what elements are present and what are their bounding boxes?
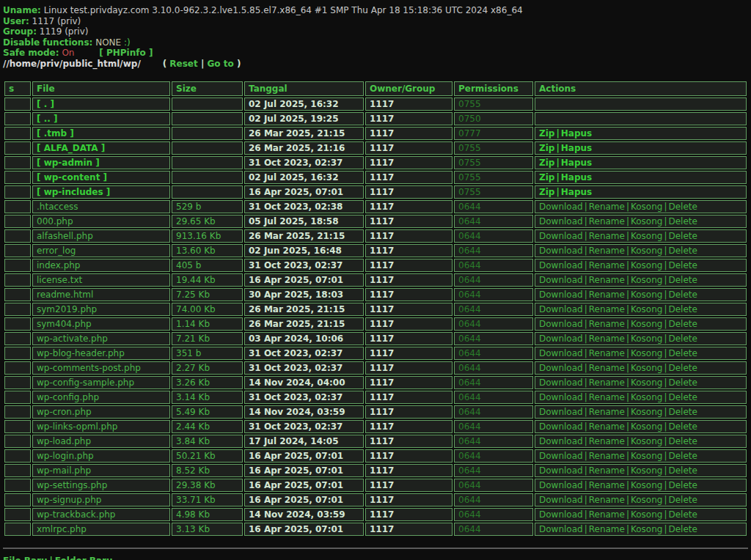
- file-name-link[interactable]: readme.html: [37, 290, 93, 300]
- action-delete-link[interactable]: Delete: [668, 231, 697, 241]
- action-rename-link[interactable]: Rename: [589, 407, 625, 417]
- action-rename-link[interactable]: Rename: [589, 392, 625, 402]
- action-delete-link[interactable]: Delete: [668, 421, 697, 432]
- action-rename-link[interactable]: Rename: [589, 319, 625, 329]
- action-download-link[interactable]: Download: [539, 304, 583, 314]
- action-download-link[interactable]: Download: [539, 524, 583, 534]
- action-download-link[interactable]: Download: [539, 319, 583, 329]
- file-name-link[interactable]: .htaccess: [37, 202, 78, 212]
- action-delete-link[interactable]: Delete: [668, 304, 697, 314]
- chmod-link[interactable]: 0644: [458, 334, 481, 344]
- action-download-link[interactable]: Download: [539, 495, 583, 505]
- action-kosong-link[interactable]: Kosong: [631, 509, 662, 520]
- action-kosong-link[interactable]: Kosong: [631, 465, 662, 476]
- file-name-link[interactable]: wp-settings.php: [37, 480, 107, 490]
- file-name-link[interactable]: error_log: [37, 246, 76, 256]
- action-download-link[interactable]: Download: [539, 275, 583, 285]
- action-rename-link[interactable]: Rename: [589, 304, 625, 314]
- action-delete-link[interactable]: Delete: [668, 392, 697, 402]
- file-name-link[interactable]: [ .. ]: [37, 114, 57, 124]
- action-rename-link[interactable]: Rename: [589, 436, 625, 446]
- action-rename-link[interactable]: Rename: [589, 524, 625, 534]
- action-download-link[interactable]: Download: [539, 392, 583, 402]
- chmod-link[interactable]: 0644: [458, 275, 481, 285]
- action-kosong-link[interactable]: Kosong: [631, 334, 662, 344]
- chmod-link[interactable]: 0644: [458, 260, 481, 270]
- file-baru-link[interactable]: File Baru: [3, 556, 47, 560]
- file-name-link[interactable]: [ wp-content ]: [37, 172, 107, 183]
- action-hapus-link[interactable]: Hapus: [561, 172, 592, 183]
- chmod-link[interactable]: 0644: [458, 290, 481, 300]
- action-rename-link[interactable]: Rename: [589, 509, 625, 520]
- action-rename-link[interactable]: Rename: [589, 348, 625, 358]
- chmod-link[interactable]: 0644: [458, 480, 481, 490]
- goto-link[interactable]: Go to: [207, 59, 233, 69]
- file-name-link[interactable]: wp-login.php: [37, 451, 94, 461]
- current-path[interactable]: //home/priv/public_html/wp/: [3, 59, 141, 69]
- chmod-link[interactable]: 0644: [458, 465, 481, 476]
- file-name-link[interactable]: wp-cron.php: [37, 407, 92, 417]
- chmod-link[interactable]: 0644: [458, 524, 481, 534]
- chmod-link[interactable]: 0755: [458, 99, 481, 109]
- chmod-link[interactable]: 0644: [458, 348, 481, 358]
- action-rename-link[interactable]: Rename: [589, 202, 625, 212]
- action-kosong-link[interactable]: Kosong: [631, 480, 662, 490]
- action-kosong-link[interactable]: Kosong: [631, 451, 662, 461]
- chmod-link[interactable]: 0777: [458, 128, 481, 139]
- file-name-link[interactable]: wp-mail.php: [37, 465, 91, 476]
- action-rename-link[interactable]: Rename: [589, 275, 625, 285]
- action-download-link[interactable]: Download: [539, 421, 583, 432]
- action-delete-link[interactable]: Delete: [668, 524, 697, 534]
- file-name-link[interactable]: [ ALFA_DATA ]: [37, 143, 105, 153]
- action-download-link[interactable]: Download: [539, 231, 583, 241]
- action-hapus-link[interactable]: Hapus: [561, 143, 592, 153]
- file-name-link[interactable]: license.txt: [37, 275, 82, 285]
- chmod-link[interactable]: 0750: [458, 114, 481, 124]
- action-kosong-link[interactable]: Kosong: [631, 392, 662, 402]
- action-rename-link[interactable]: Rename: [589, 377, 625, 388]
- action-kosong-link[interactable]: Kosong: [631, 290, 662, 300]
- chmod-link[interactable]: 0644: [458, 436, 481, 446]
- action-download-link[interactable]: Download: [539, 407, 583, 417]
- chmod-link[interactable]: 0644: [458, 304, 481, 314]
- action-delete-link[interactable]: Delete: [668, 363, 697, 373]
- action-download-link[interactable]: Download: [539, 260, 583, 270]
- file-name-link[interactable]: sym2019.php: [37, 304, 97, 314]
- action-kosong-link[interactable]: Kosong: [631, 231, 662, 241]
- reset-link[interactable]: Reset: [169, 59, 197, 69]
- action-zip-link[interactable]: Zip: [539, 158, 554, 168]
- chmod-link[interactable]: 0644: [458, 363, 481, 373]
- chmod-link[interactable]: 0644: [458, 202, 481, 212]
- action-rename-link[interactable]: Rename: [589, 334, 625, 344]
- action-download-link[interactable]: Download: [539, 509, 583, 520]
- chmod-link[interactable]: 0644: [458, 392, 481, 402]
- action-rename-link[interactable]: Rename: [589, 480, 625, 490]
- chmod-link[interactable]: 0644: [458, 495, 481, 505]
- action-rename-link[interactable]: Rename: [589, 421, 625, 432]
- action-kosong-link[interactable]: Kosong: [631, 421, 662, 432]
- action-delete-link[interactable]: Delete: [668, 509, 697, 520]
- action-download-link[interactable]: Download: [539, 348, 583, 358]
- phpinfo-link[interactable]: [ PHPinfo ]: [99, 48, 153, 58]
- action-delete-link[interactable]: Delete: [668, 202, 697, 212]
- action-rename-link[interactable]: Rename: [589, 246, 625, 256]
- file-name-link[interactable]: 000.php: [37, 216, 73, 226]
- action-hapus-link[interactable]: Hapus: [561, 187, 592, 197]
- chmod-link[interactable]: 0644: [458, 377, 481, 388]
- file-name-link[interactable]: wp-activate.php: [37, 334, 108, 344]
- chmod-link[interactable]: 0644: [458, 421, 481, 432]
- action-rename-link[interactable]: Rename: [589, 216, 625, 226]
- action-kosong-link[interactable]: Kosong: [631, 407, 662, 417]
- file-name-link[interactable]: wp-trackback.php: [37, 509, 115, 520]
- action-download-link[interactable]: Download: [539, 436, 583, 446]
- action-delete-link[interactable]: Delete: [668, 260, 697, 270]
- action-rename-link[interactable]: Rename: [589, 290, 625, 300]
- action-rename-link[interactable]: Rename: [589, 495, 625, 505]
- action-kosong-link[interactable]: Kosong: [631, 260, 662, 270]
- action-download-link[interactable]: Download: [539, 216, 583, 226]
- chmod-link[interactable]: 0644: [458, 451, 481, 461]
- action-download-link[interactable]: Download: [539, 465, 583, 476]
- action-zip-link[interactable]: Zip: [539, 143, 554, 153]
- folder-baru-link[interactable]: Folder Baru: [55, 556, 113, 560]
- file-name-link[interactable]: index.php: [37, 260, 80, 270]
